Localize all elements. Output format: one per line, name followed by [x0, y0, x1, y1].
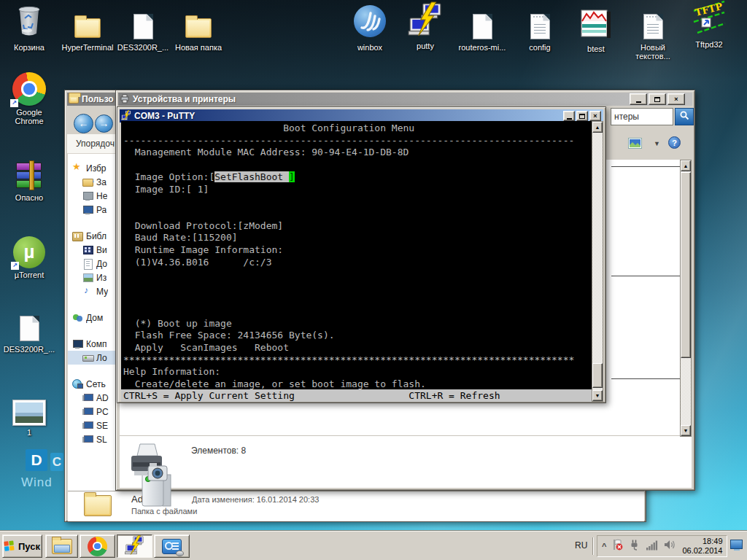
- folderdown-icon: [82, 176, 93, 187]
- terminal-line: [123, 306, 592, 318]
- chrome-icon-center: [21, 81, 36, 96]
- desktop-icon-label: Корзина: [1, 43, 57, 52]
- terminal[interactable]: Boot Configuration Menu-----------------…: [121, 121, 592, 389]
- minimize-button[interactable]: [630, 93, 647, 105]
- putty-scrollbar[interactable]: ▲ ▼: [592, 121, 603, 402]
- desktop-icon-label: putty: [398, 42, 453, 50]
- show-desktop-button[interactable]: [730, 540, 743, 549]
- language-indicator[interactable]: RU: [575, 540, 587, 551]
- desktop-icon-des3200r-2[interactable]: DES3200R_...: [1, 306, 57, 354]
- desktop-icon-des3200r[interactable]: DES3200R_...: [115, 4, 171, 52]
- terminal-line: Boot Configuration Menu: [123, 122, 592, 135]
- shortcut-arrow-icon: ↗: [10, 99, 18, 107]
- search-input[interactable]: нтеры: [611, 108, 673, 125]
- wallpaper-logo-tile: D: [26, 449, 47, 471]
- scroll-down-icon[interactable]: ▼: [681, 425, 691, 436]
- desktop-icon-tftpd32[interactable]: TFTP Tftpd32: [681, 1, 737, 49]
- desktop-icon-utorrent[interactable]: µ↗ µTorrent: [1, 232, 57, 279]
- group-separator: [611, 276, 681, 276]
- devices-window-titlebar[interactable]: Устройства и принтеры: [118, 93, 692, 106]
- terminal-line: [123, 195, 592, 208]
- scroll-up-icon[interactable]: ▲: [681, 160, 691, 171]
- folder-icon: [74, 18, 101, 38]
- power-plug-icon[interactable]: [629, 539, 640, 553]
- network-signal-icon[interactable]: [646, 540, 658, 553]
- folder-icon: [69, 96, 79, 104]
- putty-window-title: COM3 - PuTTY: [134, 111, 195, 121]
- terminal-line: ****************************************…: [123, 354, 592, 367]
- terminal-line: ----------------------------------------…: [123, 135, 592, 147]
- network-icon: [72, 378, 83, 389]
- devices-window-controls: ×: [630, 93, 685, 105]
- desktop-icon-opasno[interactable]: Опасно: [1, 155, 57, 202]
- close-button[interactable]: ×: [589, 111, 601, 121]
- desktop-icon-hyperterminal[interactable]: HyperTerminal: [60, 4, 115, 52]
- terminal-line: Image ID:[ 1]: [123, 184, 592, 196]
- terminal-line: (1)V4.36.B016 /c:/3: [123, 257, 592, 269]
- maximize-button[interactable]: [649, 93, 666, 105]
- desktop-icon-novaya-papka[interactable]: Новая папка: [171, 4, 226, 52]
- svg-text:TFTP: TFTP: [694, 1, 724, 18]
- devices-scrollbar[interactable]: ▲ ▼: [680, 160, 692, 437]
- organize-menu[interactable]: Упорядоч: [76, 139, 115, 149]
- desktop-icon-putty[interactable]: putty: [398, 3, 453, 50]
- desktop-icon-google-chrome[interactable]: ↗ Google Chrome: [1, 69, 57, 125]
- speaker-icon[interactable]: [664, 539, 676, 553]
- desktop-icon-winbox[interactable]: winbox: [342, 4, 398, 52]
- desktop-icon-photo-1[interactable]: 1: [1, 389, 57, 437]
- taskbar-button-devices[interactable]: [154, 534, 190, 558]
- taskbar-button-chrome[interactable]: [80, 534, 115, 558]
- terminal-line: Baud Rate:[115200]: [123, 232, 592, 244]
- show-hidden-icons-chevron-icon[interactable]: ^: [602, 542, 606, 551]
- taskbar-button-putty[interactable]: [117, 534, 152, 558]
- terminal-line: [123, 208, 592, 220]
- putty-icon: [408, 1, 443, 39]
- desktop-icon-label: DES3200R_...: [1, 345, 57, 354]
- nav-item-label: За: [96, 177, 107, 187]
- recent-icon: [82, 190, 93, 201]
- desktop-icon-config[interactable]: config: [512, 4, 568, 52]
- maximize-button[interactable]: [576, 111, 588, 121]
- home-icon: [72, 312, 83, 323]
- desktop-icon-korzina[interactable]: Корзина: [1, 4, 57, 52]
- desktop-icon-label: config: [512, 43, 568, 52]
- search-button[interactable]: [675, 108, 694, 125]
- terminal-line: [123, 269, 592, 281]
- help-button[interactable]: ?: [668, 136, 681, 149]
- back-button[interactable]: ←: [74, 114, 93, 133]
- nav-item-label: AD: [96, 393, 109, 403]
- scroll-up-icon[interactable]: ▲: [592, 122, 603, 133]
- desktop-icon-label: Опасно: [1, 193, 57, 202]
- tray-clock[interactable]: 18:49 06.02.2014: [682, 537, 722, 556]
- terminal-line: Create/delete an image, or set boot imag…: [123, 378, 592, 389]
- text-document-icon: [643, 14, 663, 39]
- status-separator: [120, 435, 692, 436]
- taskbar-button-explorer[interactable]: [45, 534, 78, 558]
- start-button[interactable]: Пуск: [2, 534, 42, 558]
- views-dropdown-arrow-icon[interactable]: ▼: [654, 140, 660, 147]
- desktop-icon-routeros[interactable]: routeros-mi...: [454, 4, 510, 52]
- action-center-flag-icon[interactable]: [612, 539, 623, 553]
- desktop-icon-btest[interactable]: btest: [568, 6, 624, 53]
- text-document-icon: [530, 14, 550, 39]
- forward-button[interactable]: →: [95, 114, 113, 133]
- nav-item-label: Сеть: [86, 379, 106, 389]
- nav-item-label: SE: [96, 421, 108, 431]
- desktop-icon-label: routeros-mi...: [454, 43, 510, 52]
- scrollbar-thumb[interactable]: [592, 363, 603, 388]
- views-icon[interactable]: [628, 138, 642, 152]
- explorer-icon: [52, 539, 72, 554]
- btest-chart-icon: [580, 9, 612, 42]
- desktop-icon-label: btest: [568, 44, 624, 53]
- devices-and-printers-icon: [162, 539, 182, 554]
- nav-item-label: Библ: [86, 231, 107, 241]
- minimize-button[interactable]: [563, 111, 575, 121]
- photo-icon: [12, 400, 46, 426]
- close-button[interactable]: ×: [667, 93, 685, 105]
- scrollbar-thumb[interactable]: [681, 172, 691, 358]
- document-icon: [20, 316, 39, 341]
- desktop-icon-novy-tekstovy[interactable]: Новый текстов...: [625, 4, 681, 61]
- scroll-down-icon[interactable]: ▼: [592, 390, 603, 401]
- tray-divider: [592, 537, 593, 555]
- computer-icon: [72, 338, 83, 349]
